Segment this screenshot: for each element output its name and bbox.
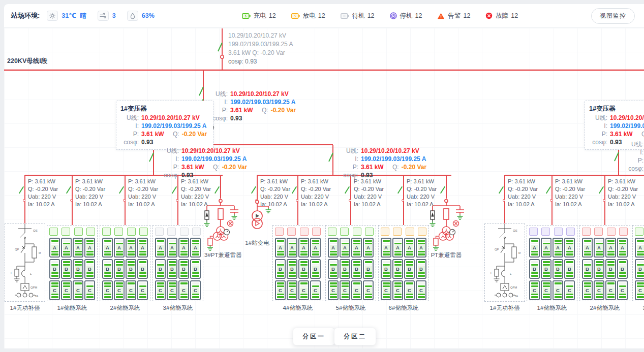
storage-cluster[interactable]: AAAABBBBCCCC bbox=[47, 225, 98, 301]
battery-cell-B[interactable]: B bbox=[529, 259, 540, 279]
battery-cell-B[interactable]: B bbox=[381, 259, 391, 279]
compensation-cabinet[interactable]: QSQFR FLQFMTA bbox=[5, 223, 45, 302]
legend-item-standby[interactable]: 待机12 bbox=[341, 12, 375, 20]
battery-cell-A[interactable]: A bbox=[287, 238, 297, 258]
battery-cell-A[interactable]: A bbox=[392, 238, 403, 258]
battery-cell-B[interactable]: B bbox=[190, 259, 201, 279]
battery-cell-B[interactable]: B bbox=[582, 259, 593, 279]
battery-cell-C[interactable]: C bbox=[102, 280, 113, 300]
battery-cell-C[interactable]: C bbox=[617, 280, 628, 300]
battery-cell-A[interactable]: A bbox=[167, 238, 177, 258]
battery-cell-A[interactable]: A bbox=[541, 238, 551, 258]
storage-cluster[interactable]: AAAABBBBCCCC bbox=[579, 225, 630, 301]
battery-cell-C[interactable]: C bbox=[73, 280, 83, 300]
battery-cell-A[interactable]: A bbox=[582, 238, 593, 258]
battery-cell-A[interactable]: A bbox=[298, 238, 309, 258]
legend-item-stop[interactable]: 停机12 bbox=[390, 12, 422, 20]
battery-cell-A[interactable]: A bbox=[363, 238, 374, 258]
battery-cell-A[interactable]: A bbox=[102, 238, 113, 258]
battery-cell-A[interactable]: A bbox=[178, 238, 189, 258]
zone-2-button[interactable]: 分区二 bbox=[334, 328, 376, 345]
battery-cell-B[interactable]: B bbox=[102, 259, 113, 279]
battery-cell-B[interactable]: B bbox=[73, 259, 83, 279]
battery-cell-C[interactable]: C bbox=[564, 280, 575, 300]
battery-cell-C[interactable]: C bbox=[582, 280, 593, 300]
battery-cell-C[interactable]: C bbox=[167, 280, 177, 300]
battery-cell-C[interactable]: C bbox=[287, 280, 297, 300]
legend-item-discharge[interactable]: 放电12 bbox=[291, 12, 325, 20]
battery-cell-A[interactable]: A bbox=[594, 238, 604, 258]
battery-cell-B[interactable]: B bbox=[310, 259, 321, 279]
battery-cell-B[interactable]: B bbox=[114, 259, 125, 279]
battery-cell-C[interactable]: C bbox=[310, 280, 321, 300]
battery-cell-C[interactable]: C bbox=[635, 280, 644, 300]
sun-icon[interactable] bbox=[47, 11, 58, 21]
battery-cell-C[interactable]: C bbox=[605, 280, 616, 300]
storage-cluster[interactable]: AAAABBBBCCCC bbox=[152, 225, 203, 301]
battery-cell-C[interactable]: C bbox=[392, 280, 403, 300]
battery-cell-B[interactable]: B bbox=[84, 259, 95, 279]
battery-cell-C[interactable]: C bbox=[298, 280, 309, 300]
battery-cell-A[interactable]: A bbox=[328, 238, 339, 258]
battery-cell-A[interactable]: A bbox=[310, 238, 321, 258]
battery-cell-B[interactable]: B bbox=[541, 259, 551, 279]
battery-cell-C[interactable]: C bbox=[84, 280, 95, 300]
battery-cell-B[interactable]: B bbox=[178, 259, 189, 279]
battery-cell-C[interactable]: C bbox=[404, 280, 415, 300]
battery-cell-C[interactable]: C bbox=[351, 280, 362, 300]
battery-cell-B[interactable]: B bbox=[167, 259, 177, 279]
storage-cluster[interactable]: AAAABBBBCCCC bbox=[272, 225, 323, 301]
battery-cell-B[interactable]: B bbox=[351, 259, 362, 279]
storage-cluster[interactable]: AAAABBBBCCCC bbox=[378, 225, 429, 301]
battery-cell-A[interactable]: A bbox=[137, 238, 148, 258]
battery-cell-C[interactable]: C bbox=[594, 280, 604, 300]
battery-cell-C[interactable]: C bbox=[541, 280, 551, 300]
battery-cell-A[interactable]: A bbox=[553, 238, 563, 258]
battery-cell-A[interactable]: A bbox=[404, 238, 415, 258]
battery-cell-A[interactable]: A bbox=[49, 238, 60, 258]
battery-cell-C[interactable]: C bbox=[61, 280, 72, 300]
battery-cell-C[interactable]: C bbox=[114, 280, 125, 300]
battery-cell-B[interactable]: B bbox=[328, 259, 339, 279]
battery-cell-C[interactable]: C bbox=[275, 280, 286, 300]
battery-cell-B[interactable]: B bbox=[49, 259, 60, 279]
battery-cell-B[interactable]: B bbox=[287, 259, 297, 279]
battery-cell-A[interactable]: A bbox=[275, 238, 286, 258]
battery-cell-B[interactable]: B bbox=[605, 259, 616, 279]
battery-cell-A[interactable]: A bbox=[617, 238, 628, 258]
battery-cell-C[interactable]: C bbox=[137, 280, 148, 300]
battery-cell-A[interactable]: A bbox=[564, 238, 575, 258]
battery-cell-C[interactable]: C bbox=[190, 280, 201, 300]
battery-cell-C[interactable]: C bbox=[529, 280, 540, 300]
battery-cell-C[interactable]: C bbox=[553, 280, 563, 300]
battery-cell-A[interactable]: A bbox=[340, 238, 350, 258]
battery-cell-A[interactable]: A bbox=[529, 238, 540, 258]
battery-cell-B[interactable]: B bbox=[340, 259, 350, 279]
battery-cell-B[interactable]: B bbox=[275, 259, 286, 279]
battery-cell-C[interactable]: C bbox=[340, 280, 350, 300]
zone-1-button[interactable]: 分区一 bbox=[293, 328, 335, 345]
battery-cell-B[interactable]: B bbox=[635, 259, 644, 279]
humidity-icon[interactable] bbox=[127, 11, 138, 21]
battery-cell-A[interactable]: A bbox=[73, 238, 83, 258]
battery-cell-B[interactable]: B bbox=[617, 259, 628, 279]
battery-cell-C[interactable]: C bbox=[416, 280, 426, 300]
battery-cell-B[interactable]: B bbox=[564, 259, 575, 279]
storage-cluster[interactable]: AAAABBBBCCCC bbox=[100, 225, 150, 301]
battery-cell-A[interactable]: A bbox=[605, 238, 616, 258]
battery-cell-B[interactable]: B bbox=[416, 259, 426, 279]
battery-cell-C[interactable]: C bbox=[49, 280, 60, 300]
storage-cluster[interactable]: AAAABBBBCCCC bbox=[632, 225, 644, 301]
battery-cell-A[interactable]: A bbox=[126, 238, 136, 258]
legend-item-charge[interactable]: 充电12 bbox=[242, 12, 276, 20]
storage-cluster[interactable]: AAAABBBBCCCC bbox=[527, 225, 577, 301]
battery-cell-C[interactable]: C bbox=[381, 280, 391, 300]
battery-cell-B[interactable]: B bbox=[155, 259, 166, 279]
battery-cell-B[interactable]: B bbox=[404, 259, 415, 279]
battery-cell-A[interactable]: A bbox=[114, 238, 125, 258]
battery-cell-B[interactable]: B bbox=[594, 259, 604, 279]
battery-cell-B[interactable]: B bbox=[61, 259, 72, 279]
battery-cell-A[interactable]: A bbox=[381, 238, 391, 258]
legend-item-alarm[interactable]: 告警12 bbox=[437, 12, 470, 20]
storage-cluster[interactable]: AAAABBBBCCCC bbox=[325, 225, 376, 301]
